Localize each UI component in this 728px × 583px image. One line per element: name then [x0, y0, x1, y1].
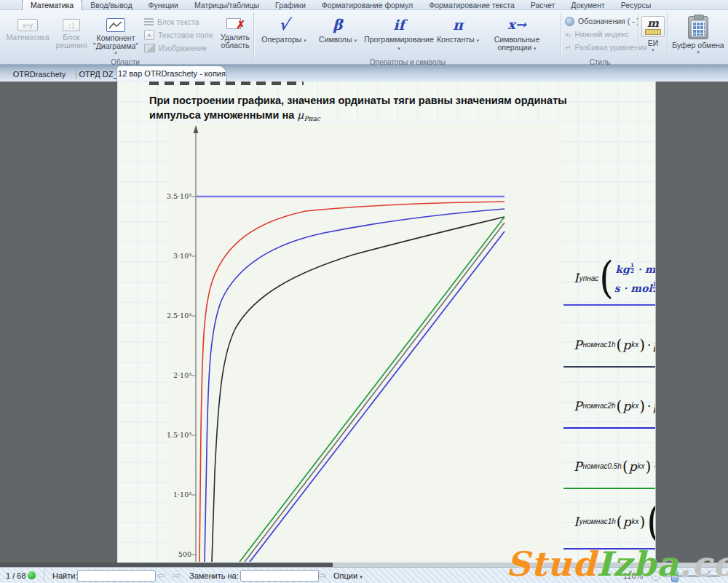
- ribbon-tab-dokument[interactable]: Документ: [563, 0, 613, 10]
- y-tick-label: 2·10³: [173, 371, 191, 379]
- ribbon-tab-matematika[interactable]: Математика: [22, 0, 82, 10]
- ribbon-tab-format-formul[interactable]: Форматирование формул: [314, 0, 421, 10]
- trace-gray-line: [245, 223, 505, 562]
- symbols-button[interactable]: β Символы ▾: [313, 15, 363, 57]
- y-tick-label: 500: [178, 550, 191, 558]
- formula-p-nomnas2h[interactable]: Pномнас2h (pkx) · μРн: [563, 383, 655, 429]
- dropdown-arrow-icon: ▾: [114, 50, 117, 55]
- document-tab-bar: OTRDraschety ОТРД DZ_ 12 вар OTRDraschet…: [0, 65, 728, 82]
- clipboard-icon: [688, 16, 708, 39]
- y-tick-label: 1.5·10³: [167, 431, 191, 439]
- clipboard-button[interactable]: Буфер обмена ▾: [670, 15, 727, 57]
- clipped-text-line: [149, 82, 304, 85]
- chart-canvas: [167, 124, 561, 562]
- ribbon-tab-grafiki[interactable]: Графики: [267, 0, 314, 10]
- find-input[interactable]: [77, 570, 156, 582]
- labels-icon: [565, 17, 574, 26]
- trace-underline: [563, 488, 655, 489]
- trace-black-curve: [212, 217, 505, 562]
- document-page[interactable]: При построении графика, значения ординат…: [117, 82, 656, 563]
- chart-component-button[interactable]: Компонент "Диаграмма" ▾: [92, 15, 140, 57]
- trace-blue-curve: [205, 209, 505, 562]
- dropdown-arrow-icon: ▾: [477, 38, 480, 43]
- units-icon: m: [641, 16, 665, 37]
- image-button[interactable]: Изображение: [144, 42, 207, 54]
- trace-underline: [563, 304, 655, 306]
- labels-button[interactable]: Обозначения ( - ) ▾: [565, 15, 644, 27]
- ribbon-tab-vvod-vyvod[interactable]: Ввод/вывод: [82, 0, 140, 10]
- trace-underline: [563, 366, 655, 368]
- y-tick-label: 3.5·10³: [167, 192, 191, 200]
- mu-subscript: Рнас: [304, 115, 320, 122]
- ribbon-tab-resursy[interactable]: Ресурсы: [613, 0, 659, 10]
- trace-underline: [563, 427, 655, 429]
- ribbon-tab-bar: Математика Ввод/вывод Функции Матрицы/та…: [0, 0, 728, 10]
- title-line1: При построении графика, значения ординат…: [149, 93, 615, 108]
- dropdown-arrow-icon: ▾: [304, 38, 306, 43]
- formula-p-nomnas1h[interactable]: Pномнас1h (pkx) · μРн: [563, 322, 655, 368]
- page-indicator: 1 / 68: [6, 570, 26, 582]
- replace-label: Заменить на:: [189, 570, 239, 582]
- delete-area-button[interactable]: ✗ Удалить область: [218, 15, 252, 57]
- status-green-dot-icon: [28, 571, 36, 579]
- symbolic-operations-button[interactable]: x→ Символьные операции ▾: [482, 15, 552, 57]
- ribbon-tab-format-teksta[interactable]: Форматирование текста: [421, 0, 523, 10]
- constants-icon: π: [453, 16, 463, 33]
- subscript-button[interactable]: a₂ Нижний индекс: [565, 28, 629, 40]
- options-button[interactable]: Опции ▾: [333, 570, 363, 582]
- units-button[interactable]: m ЕИ ▾: [641, 15, 665, 57]
- symbolic-operations-icon: x→: [507, 16, 526, 33]
- equation-break-icon: ↵: [565, 44, 571, 52]
- y-tick-label: 2.5·10³: [167, 312, 191, 320]
- dropdown-arrow-icon: ▾: [360, 574, 363, 579]
- dropdown-arrow-icon: ▾: [397, 46, 400, 51]
- dropdown-arrow-icon: ▾: [652, 47, 654, 52]
- subscript-icon: a₂: [565, 31, 571, 38]
- y-tick-label: 3·10³: [173, 252, 191, 260]
- programming-button[interactable]: if Программирование ▾: [364, 15, 434, 57]
- doc-tab-otrd-dz[interactable]: ОТРД DZ_: [77, 67, 119, 82]
- watermark: StudIzba.com: [506, 544, 728, 583]
- math-region-icon: x+y: [17, 19, 38, 31]
- chart-region[interactable]: 3.5·10³ 3·10³ 2.5·10³ 2·10³ 1.5·10³ 1·10…: [167, 124, 561, 562]
- y-tick-label: 1·10³: [173, 491, 191, 499]
- formula-p-nomnas05h[interactable]: Pномнас0.5h (pkx) · μР: [563, 443, 655, 489]
- replace-arrow-icon[interactable]: ⇨: [319, 570, 327, 582]
- solve-block-button[interactable]: ; } Блок решения: [52, 15, 90, 57]
- replace-input[interactable]: [240, 570, 319, 582]
- delete-area-icon: ✗: [226, 18, 244, 31]
- find-label: Найти:: [52, 570, 77, 582]
- formula-column: Iупнас ( kg12 · m s · mol12 ) Pномнас1h …: [563, 82, 655, 563]
- dropdown-arrow-icon: ▾: [534, 46, 537, 51]
- text-box-icon: A: [144, 30, 154, 40]
- ribbon-tab-matricy[interactable]: Матрицы/таблицы: [186, 0, 267, 10]
- text-block-button[interactable]: Блок текста: [144, 16, 199, 28]
- solve-block-icon: ; }: [63, 19, 80, 31]
- workspace: При построении графика, значения ординат…: [0, 82, 728, 563]
- trace-green-line: [240, 217, 505, 562]
- programming-icon: if: [393, 16, 404, 33]
- image-icon: [144, 44, 155, 52]
- ribbon-tab-raschet[interactable]: Расчет: [523, 0, 563, 10]
- doc-tab-otrdraschety[interactable]: OTRDraschety: [4, 67, 74, 82]
- equation-break-button[interactable]: ↵ Разбивка уравнения: [565, 41, 647, 53]
- math-region-button[interactable]: x+y Математика: [6, 15, 50, 57]
- constants-button[interactable]: π Константы ▾: [435, 15, 480, 57]
- document-text-block[interactable]: При построении графика, значения ординат…: [149, 93, 615, 126]
- doc-tab-12-var-active[interactable]: 12 вар OTRDraschety - копия: [116, 66, 227, 82]
- text-block-icon: [144, 18, 154, 25]
- formula-i-unomnas1h[interactable]: Iуномнас1h (pkx) ( kg s ·: [563, 493, 655, 550]
- find-next-arrow-icon[interactable]: ⇨: [173, 570, 181, 582]
- find-previous-arrow-icon[interactable]: ⇦: [157, 570, 165, 582]
- ribbon-tab-funkcii[interactable]: Функции: [141, 0, 186, 10]
- dropdown-arrow-icon: ▾: [697, 49, 700, 55]
- ribbon: x+y Математика ; } Блок решения Компонен…: [0, 10, 728, 65]
- dropdown-arrow-icon: ▾: [354, 38, 357, 43]
- operators-button[interactable]: √ Операторы ▾: [256, 15, 312, 57]
- symbols-icon: β: [333, 16, 342, 33]
- chart-component-icon: [106, 18, 125, 32]
- formula-i-upnas[interactable]: Iупнас ( kg12 · m s · mol12 ): [563, 250, 655, 306]
- text-box-button[interactable]: A Текстовое поле: [144, 29, 213, 41]
- operators-icon: √: [279, 16, 289, 33]
